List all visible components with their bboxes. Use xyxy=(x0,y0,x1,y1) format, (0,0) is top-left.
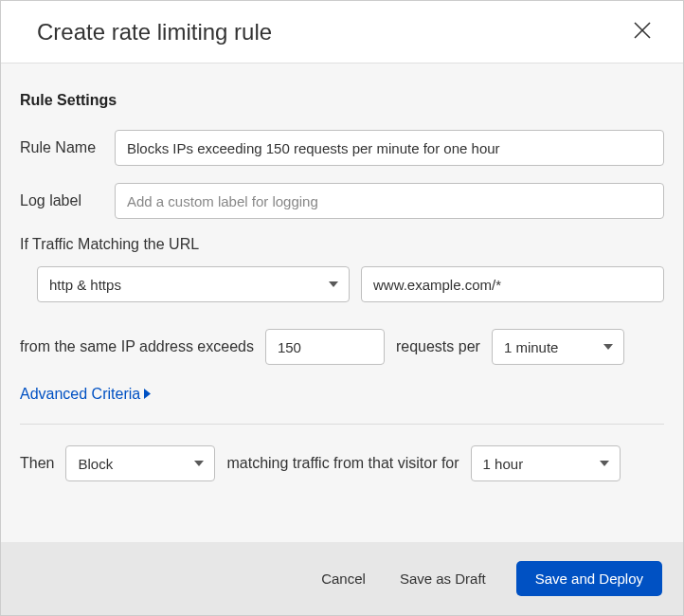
scheme-select-wrap: http & https xyxy=(37,266,350,302)
action-select-wrap: Block xyxy=(65,445,215,481)
traffic-matching-label: If Traffic Matching the URL xyxy=(20,236,664,253)
divider xyxy=(20,424,664,425)
save-and-deploy-button[interactable]: Save and Deploy xyxy=(516,561,662,596)
action-row: Then Block matching traffic from that vi… xyxy=(20,445,664,481)
rule-name-row: Rule Name xyxy=(20,130,664,166)
log-label-input[interactable] xyxy=(115,183,664,219)
rule-settings-heading: Rule Settings xyxy=(20,92,664,109)
time-window-select-wrap: 1 minute xyxy=(492,329,624,365)
duration-select-wrap: 1 hour xyxy=(471,445,621,481)
create-rate-limiting-dialog: Create rate limiting rule Rule Settings … xyxy=(0,0,684,616)
dialog-footer: Cancel Save as Draft Save and Deploy xyxy=(1,542,683,615)
cancel-button[interactable]: Cancel xyxy=(317,563,369,594)
duration-select[interactable]: 1 hour xyxy=(471,445,621,481)
save-as-draft-button[interactable]: Save as Draft xyxy=(396,563,490,594)
rule-name-label: Rule Name xyxy=(20,139,103,156)
log-label-row: Log label xyxy=(20,183,664,219)
advanced-criteria-link[interactable]: Advanced Criteria xyxy=(20,386,151,403)
rule-name-input[interactable] xyxy=(115,130,664,166)
scheme-select[interactable]: http & https xyxy=(37,266,350,302)
then-label: Then xyxy=(20,455,54,472)
close-button[interactable] xyxy=(630,18,655,45)
condition-mid-label: requests per xyxy=(396,338,480,355)
close-icon xyxy=(634,27,651,42)
rate-condition-row: from the same IP address exceeds request… xyxy=(20,329,664,365)
dialog-body: Rule Settings Rule Name Log label If Tra… xyxy=(1,63,683,542)
time-window-select[interactable]: 1 minute xyxy=(492,329,624,365)
action-select[interactable]: Block xyxy=(65,445,215,481)
url-pattern-input[interactable] xyxy=(361,266,664,302)
dialog-header: Create rate limiting rule xyxy=(1,1,683,63)
log-label-label: Log label xyxy=(20,192,103,209)
dialog-title: Create rate limiting rule xyxy=(37,19,272,45)
chevron-right-icon xyxy=(144,386,151,403)
action-mid-label: matching traffic from that visitor for xyxy=(226,455,459,472)
condition-prefix-label: from the same IP address exceeds xyxy=(20,338,254,355)
advanced-criteria-label: Advanced Criteria xyxy=(20,386,140,403)
request-count-input[interactable] xyxy=(265,329,385,365)
url-row: http & https xyxy=(20,266,664,302)
